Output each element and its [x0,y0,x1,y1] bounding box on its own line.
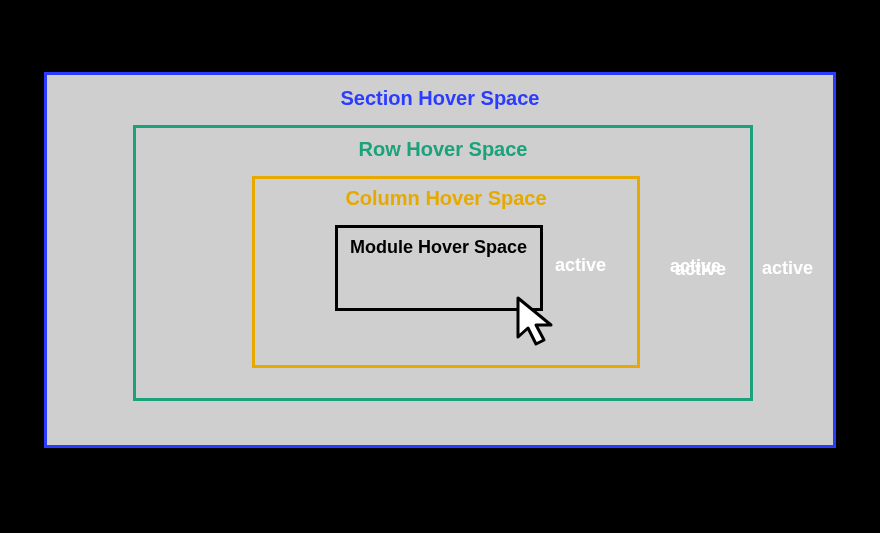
row-hover-space[interactable]: Row Hover Space Column Hover Space Modul… [133,125,753,401]
row-label: Row Hover Space [136,138,750,161]
module-hover-space[interactable]: Module Hover Space [335,225,543,311]
section-active-indicator-2: active [762,258,813,279]
cursor-icon [515,295,563,353]
section-label: Section Hover Space [47,87,833,110]
column-active-indicator: active [555,255,606,276]
section-active-indicator-1: active [675,259,726,280]
column-hover-space[interactable]: Column Hover Space Module Hover Space ac… [252,176,640,368]
column-label: Column Hover Space [255,187,637,210]
svg-marker-0 [518,298,551,344]
section-hover-space[interactable]: Section Hover Space Row Hover Space Colu… [44,72,836,448]
module-label: Module Hover Space [350,237,527,257]
